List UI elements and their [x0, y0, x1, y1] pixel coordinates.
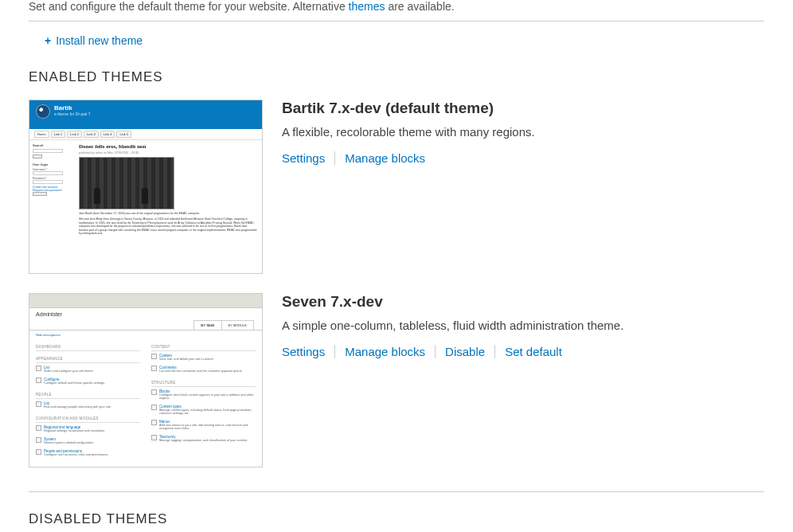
theme-actions: Settings Manage blocks [282, 151, 535, 165]
theme-row: Administer BY TASK BY MODULE Hide descri… [29, 293, 764, 467]
plus-icon: + [45, 34, 51, 47]
thumb-item-desc: Configure default and theme specific set… [44, 381, 140, 385]
theme-title: Bartik 7.x-dev (default theme) [282, 100, 535, 117]
install-new-theme-link[interactable]: + Install new theme [45, 34, 143, 47]
thumb-page-title: Administer [29, 308, 262, 320]
set-default-link[interactable]: Set default [495, 345, 572, 358]
thumb-tab-task: BY TASK [193, 320, 221, 330]
intro-text: Set and configure the default theme for … [29, 0, 764, 22]
thumb-slogan: a theme for Drupal 7 [54, 111, 91, 116]
thumb-meta: published by admin on Mon, 07/06/2010 – … [79, 151, 257, 155]
thumb-category: APPEARANCE [36, 355, 140, 363]
thumb-category: DASHBOARD [36, 343, 140, 351]
thumb-item-desc: Find and manage people interacting with … [44, 405, 140, 409]
thumb-photo [79, 157, 174, 209]
theme-description: A simple one-column, tableless, fluid wi… [282, 319, 623, 332]
thumb-item-desc: View, edit, and delete your site's conte… [159, 358, 256, 361]
manage-blocks-link[interactable]: Manage blocks [335, 345, 436, 358]
thumb-headline: Donec felis eros, blandit non [79, 143, 257, 150]
section-divider [29, 491, 764, 492]
thumb-tab: Home [34, 131, 49, 138]
thumb-tab: Link 1 [51, 131, 66, 138]
theme-title: Seven 7.x-dev [282, 293, 623, 311]
thumb-tab: Link 4 [100, 131, 115, 138]
theme-info: Seven 7.x-dev A simple one-column, table… [282, 293, 623, 467]
thumb-login-title: User login [33, 162, 71, 166]
thumb-category: STRUCTURE [151, 379, 256, 387]
thumb-search-label: Search [33, 143, 71, 147]
thumb-category: PEOPLE [36, 391, 140, 399]
disabled-themes-heading: DISABLED THEMES [29, 511, 764, 527]
thumb-site-name: Bartik [54, 104, 91, 111]
thumb-category: CONFIGURATION AND MODULES [36, 415, 140, 423]
theme-description: A flexible, recolorable theme with many … [282, 125, 535, 139]
thumb-tab: Link 5 [116, 131, 131, 138]
thumb-item-desc: Configure what block content appears in … [159, 393, 256, 400]
thumb-item-desc: List and edit site comments and the comm… [159, 370, 256, 373]
thumb-item-desc: Manage tagging, categorization, and clas… [159, 439, 256, 442]
theme-info: Bartik 7.x-dev (default theme) A flexibl… [282, 100, 535, 274]
settings-link[interactable]: Settings [282, 345, 335, 358]
settings-link[interactable]: Settings [282, 151, 335, 165]
thumb-paragraph: She was born Betty Jean Jennings in Gent… [79, 217, 257, 235]
thumb-tab: Link 2 [67, 131, 82, 138]
intro-prefix: Set and configure the default theme for … [29, 0, 349, 13]
thumb-item-desc: General system related configuration. [44, 441, 140, 444]
disable-link[interactable]: Disable [436, 345, 495, 358]
thumb-item-desc: Select and configure your site theme. [44, 370, 140, 373]
drupal-logo-icon [36, 104, 50, 119]
thumb-item-desc: Add new menus to your site, edit existin… [159, 424, 256, 430]
manage-blocks-link[interactable]: Manage blocks [335, 151, 435, 165]
enabled-themes-heading: ENABLED THEMES [29, 69, 764, 85]
thumb-item-desc: Regional settings, localization and tran… [44, 429, 140, 432]
thumb-category: CONTENT [151, 343, 256, 351]
theme-row: Bartik a theme for Drupal 7 Home Link 1 … [29, 100, 764, 274]
theme-actions: Settings Manage blocks Disable Set defau… [282, 345, 623, 358]
thumb-hide-link: Hide descriptions [29, 331, 262, 339]
thumb-tab-module: BY MODULE [221, 320, 255, 330]
intro-suffix: are available. [385, 0, 455, 13]
thumb-paragraph: Jean Bartik (born December 27, 1924) was… [79, 212, 257, 215]
thumb-item-desc: Configure user accounts, roles and permi… [44, 453, 140, 456]
intro-themes-link[interactable]: themes [349, 0, 385, 13]
thumb-item-desc: Manage content types, including default … [159, 409, 256, 415]
thumb-tab: Link 3 [84, 131, 99, 138]
theme-screenshot-seven: Administer BY TASK BY MODULE Hide descri… [29, 293, 263, 467]
theme-screenshot-bartik: Bartik a theme for Drupal 7 Home Link 1 … [29, 100, 263, 274]
install-link-label: Install new theme [56, 34, 143, 47]
